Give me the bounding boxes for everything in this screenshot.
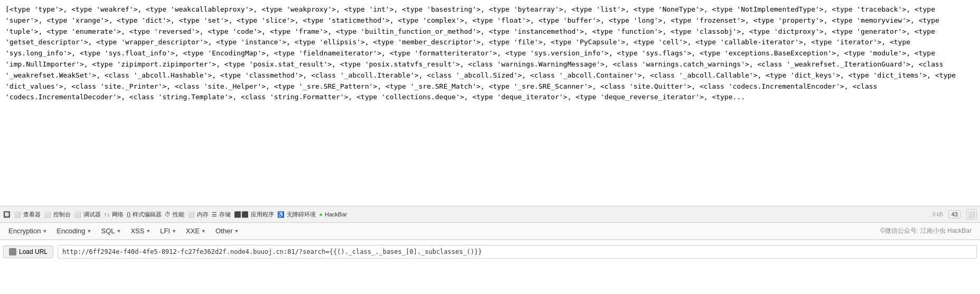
menu-xss-arrow: ▼ xyxy=(146,229,150,234)
response-text: [<type 'type'>, <type 'weakref'>, <type … xyxy=(5,5,956,101)
menu-other[interactable]: Other ▼ xyxy=(211,225,243,237)
hackbar-tool[interactable]: ● HackBar xyxy=(319,211,347,217)
page-number: 43 xyxy=(948,210,961,219)
accessibility-icon: ♿ xyxy=(277,211,285,218)
accessibility-tool[interactable]: ♿ 无障碍环境 xyxy=(277,211,316,219)
menu-xss-label: XSS xyxy=(130,227,144,235)
performance-tool[interactable]: ⏱ 性能 xyxy=(165,211,184,219)
memory-tool[interactable]: ⬜ 内存 xyxy=(187,211,209,219)
menu-lfi[interactable]: LFI ▼ xyxy=(156,225,181,237)
debugger-tool[interactable]: ⬜ 调试器 xyxy=(74,211,101,219)
menu-encryption-label: Encryption xyxy=(8,227,41,235)
menu-encoding-arrow: ▼ xyxy=(87,229,92,234)
menu-sql-arrow: ▼ xyxy=(117,229,121,234)
debugger-icon: ⬜ xyxy=(74,211,81,218)
menu-sql-label: SQL xyxy=(101,227,115,235)
menu-encoding-label: Encoding xyxy=(56,227,85,235)
memory-icon: ⬜ xyxy=(187,211,195,218)
network-label: 网络 xyxy=(112,211,124,219)
storage-label: 存储 xyxy=(219,211,231,219)
menu-lfi-label: LFI xyxy=(160,227,170,235)
debugger-label: 调试器 xyxy=(83,211,101,219)
storage-tool[interactable]: ☰ 存储 xyxy=(212,211,231,219)
menu-xxe-label: XXE xyxy=(186,227,200,235)
application-label: 应用程序 xyxy=(251,211,274,219)
menu-encryption[interactable]: Encryption ▼ xyxy=(4,225,51,237)
hackbar-credit: ©微信公众号: 江南小虫 HackBar xyxy=(880,226,972,235)
load-url-icon xyxy=(9,248,16,255)
storage-icon: ☰ xyxy=(212,211,217,218)
inspector-tool[interactable]: ⬜ 查看器 xyxy=(14,211,41,219)
inspector-label: 查看器 xyxy=(23,211,41,219)
application-tool[interactable]: ⬛⬛ 应用程序 xyxy=(234,211,274,219)
menu-other-label: Other xyxy=(215,227,233,235)
network-tool[interactable]: ↑↓ 网络 xyxy=(104,211,124,219)
application-icon: ⬛⬛ xyxy=(234,211,249,218)
menu-encoding[interactable]: Encoding ▼ xyxy=(52,225,96,237)
performance-label: 性能 xyxy=(173,211,184,219)
performance-icon: ⏱ xyxy=(165,211,171,217)
accessibility-label: 无障碍环境 xyxy=(287,211,316,219)
memory-label: 内存 xyxy=(197,211,209,219)
menu-encryption-arrow: ▼ xyxy=(42,229,47,234)
devtools-toggle-icon: 🔲 xyxy=(3,211,11,218)
inspector-icon: ⬜ xyxy=(14,211,21,218)
hackbar-label: HackBar xyxy=(325,211,347,217)
menu-other-arrow: ▼ xyxy=(234,229,239,234)
menu-lfi-arrow: ▼ xyxy=(172,229,176,234)
console-tool[interactable]: ⬜ 控制台 xyxy=(44,211,71,219)
menu-sql[interactable]: SQL ▼ xyxy=(97,225,125,237)
style-editor-tool[interactable]: {} 样式编辑器 xyxy=(127,211,162,219)
devtools-toolbar: 🔲 ⬜ 查看器 ⬜ 控制台 ⬜ 调试器 ↑↓ 网络 {} 样式编辑器 ⏱ 性能 … xyxy=(0,206,980,223)
network-icon: ↑↓ xyxy=(104,211,110,217)
url-input[interactable] xyxy=(58,245,977,259)
hackbar-toolbar: Encryption ▼ Encoding ▼ SQL ▼ XSS ▼ LFI … xyxy=(0,223,980,240)
style-editor-icon: {} xyxy=(127,211,130,217)
speed-indicator: 9 kB xyxy=(932,212,945,217)
devtools-toggle[interactable]: 🔲 xyxy=(3,211,11,218)
menu-xxe-arrow: ▼ xyxy=(201,229,206,234)
style-editor-label: 样式编辑器 xyxy=(133,211,162,219)
load-url-button[interactable]: Load URL xyxy=(3,245,53,258)
menu-xss[interactable]: XSS ▼ xyxy=(126,225,155,237)
response-content: [<type 'type'>, <type 'weakref'>, <type … xyxy=(0,0,980,206)
load-url-area: Load URL xyxy=(0,240,980,263)
corner-button[interactable]: ⬜ xyxy=(966,209,977,220)
menu-xxe[interactable]: XXE ▼ xyxy=(182,225,210,237)
console-icon: ⬜ xyxy=(44,211,51,218)
load-url-label: Load URL xyxy=(19,248,48,255)
hackbar-dot-icon: ● xyxy=(319,211,323,217)
console-label: 控制台 xyxy=(53,211,71,219)
